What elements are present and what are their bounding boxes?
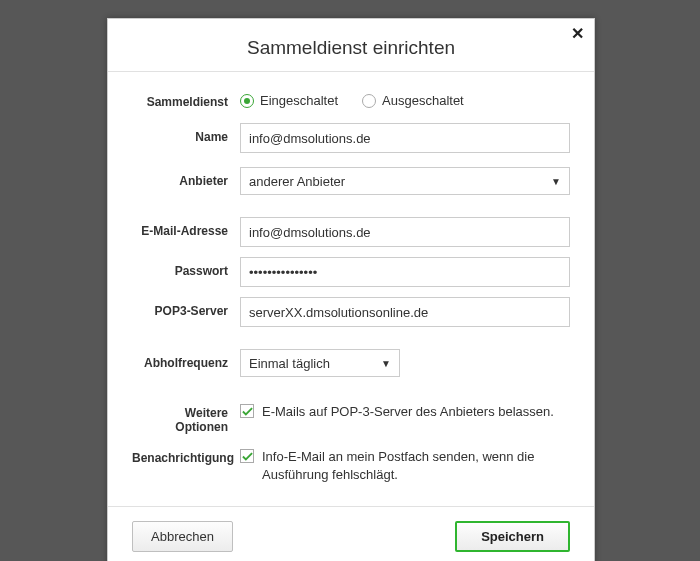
notify-label: Info-E-Mail an mein Postfach senden, wen…	[262, 448, 570, 484]
label-anbieter: Anbieter	[132, 167, 240, 188]
keep-mails-label: E-Mails auf POP-3-Server des Anbieters b…	[262, 403, 554, 421]
anbieter-value: anderer Anbieter	[249, 174, 345, 189]
abholfrequenz-select[interactable]: Einmal täglich ▼	[240, 349, 400, 377]
dialog-title: Sammeldienst einrichten	[128, 37, 574, 59]
chevron-down-icon: ▼	[551, 176, 561, 187]
label-sammeldienst: Sammeldienst	[132, 88, 240, 109]
label-email: E-Mail-Adresse	[132, 217, 240, 238]
label-abholfrequenz: Abholfrequenz	[132, 349, 240, 370]
dialog-sammeldienst: ✕ Sammeldienst einrichten Sammeldienst E…	[107, 18, 595, 561]
keep-mails-checkbox[interactable]	[240, 404, 254, 418]
radio-icon	[240, 94, 254, 108]
save-button[interactable]: Speichern	[455, 521, 570, 552]
label-name: Name	[132, 123, 240, 144]
dialog-body: Sammeldienst Eingeschaltet Ausgeschaltet…	[108, 72, 594, 506]
dialog-header: Sammeldienst einrichten	[108, 19, 594, 72]
label-weitere-optionen: Weitere Optionen	[132, 399, 240, 434]
cancel-button[interactable]: Abbrechen	[132, 521, 233, 552]
label-benachrichtigung: Benachrichtigung	[132, 444, 240, 465]
radio-label-on: Eingeschaltet	[260, 93, 338, 108]
radio-ausgeschaltet[interactable]: Ausgeschaltet	[362, 93, 464, 108]
notify-checkbox[interactable]	[240, 449, 254, 463]
anbieter-select[interactable]: anderer Anbieter ▼	[240, 167, 570, 195]
check-icon	[242, 406, 253, 417]
pop3-input[interactable]	[240, 297, 570, 327]
radio-icon	[362, 94, 376, 108]
check-icon	[242, 451, 253, 462]
abholfrequenz-value: Einmal täglich	[249, 356, 330, 371]
close-icon[interactable]: ✕	[571, 26, 584, 42]
label-passwort: Passwort	[132, 257, 240, 278]
radio-eingeschaltet[interactable]: Eingeschaltet	[240, 93, 338, 108]
radio-label-off: Ausgeschaltet	[382, 93, 464, 108]
chevron-down-icon: ▼	[381, 358, 391, 369]
dialog-footer: Abbrechen Speichern	[108, 506, 594, 561]
label-pop3: POP3-Server	[132, 297, 240, 318]
name-input[interactable]	[240, 123, 570, 153]
radio-group-sammeldienst: Eingeschaltet Ausgeschaltet	[240, 88, 570, 108]
email-input[interactable]	[240, 217, 570, 247]
passwort-input[interactable]	[240, 257, 570, 287]
